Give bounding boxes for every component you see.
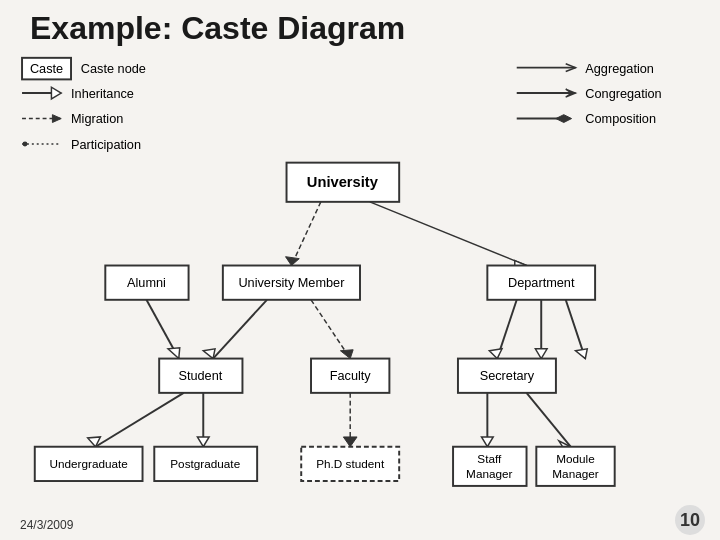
slide: Example: Caste Diagram Caste Caste node … [0, 0, 720, 540]
svg-point-19 [23, 142, 28, 147]
svg-line-51 [96, 393, 184, 447]
svg-text:Faculty: Faculty [330, 368, 372, 383]
svg-text:Module: Module [556, 452, 595, 465]
svg-text:Migration: Migration [71, 111, 123, 126]
svg-line-25 [370, 202, 527, 266]
svg-line-59 [527, 393, 571, 447]
svg-marker-7 [51, 87, 61, 99]
footer-page: 10 [675, 505, 705, 535]
svg-text:Composition: Composition [585, 111, 656, 126]
svg-marker-42 [535, 349, 547, 359]
svg-marker-40 [489, 349, 502, 359]
svg-text:Congregation: Congregation [585, 86, 661, 101]
svg-marker-36 [203, 349, 215, 359]
svg-text:Aggregation: Aggregation [585, 61, 654, 76]
svg-text:Participation: Participation [71, 137, 141, 152]
svg-line-35 [213, 300, 267, 359]
svg-text:Undergraduate: Undergraduate [49, 457, 128, 470]
svg-text:Student: Student [178, 368, 222, 383]
svg-marker-13 [52, 115, 61, 123]
svg-marker-54 [197, 437, 209, 447]
svg-marker-56 [343, 437, 357, 447]
svg-text:Ph.D student: Ph.D student [316, 457, 385, 470]
svg-text:Manager: Manager [552, 467, 598, 480]
svg-text:Inheritance: Inheritance [71, 86, 134, 101]
page-title: Example: Caste Diagram [20, 10, 700, 47]
svg-marker-34 [168, 348, 180, 359]
svg-marker-44 [576, 349, 588, 359]
svg-text:University Member: University Member [238, 275, 345, 290]
svg-text:Alumni: Alumni [127, 275, 166, 290]
svg-text:Staff: Staff [477, 452, 502, 465]
svg-text:Caste node: Caste node [81, 61, 146, 76]
svg-text:Caste: Caste [30, 61, 63, 76]
svg-marker-38 [340, 350, 353, 359]
svg-line-37 [311, 300, 350, 359]
svg-text:University: University [307, 174, 379, 190]
svg-text:Department: Department [508, 275, 575, 290]
svg-text:Manager: Manager [466, 467, 512, 480]
svg-text:Postgraduate: Postgraduate [170, 457, 240, 470]
diagram-svg: Caste Caste node Aggregation Inheritance… [0, 50, 720, 530]
svg-marker-58 [481, 437, 493, 447]
svg-marker-17 [556, 115, 572, 123]
svg-line-23 [291, 202, 320, 266]
svg-text:Secretary: Secretary [480, 368, 535, 383]
footer-date: 24/3/2009 [20, 518, 73, 532]
svg-marker-24 [286, 257, 300, 266]
